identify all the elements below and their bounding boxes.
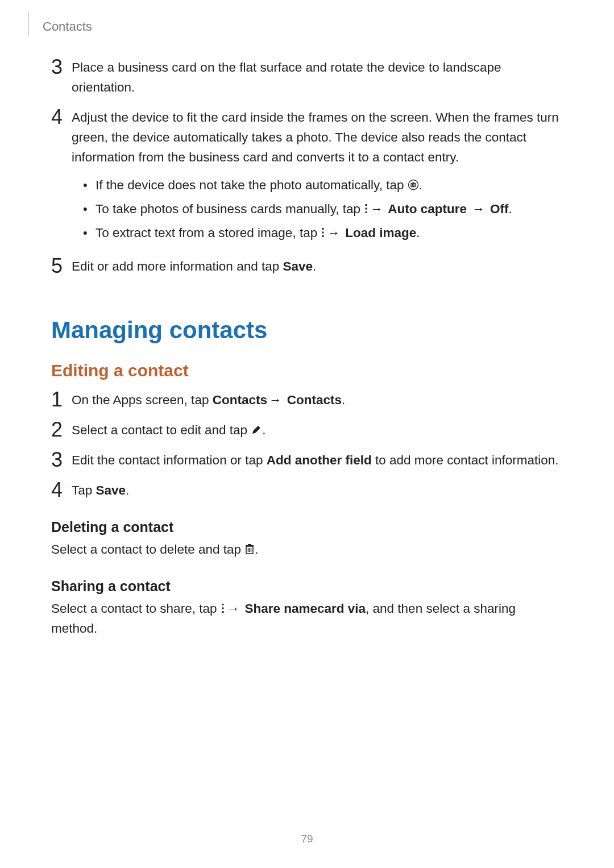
page-number: 79 bbox=[0, 833, 614, 845]
text-bold: Contacts bbox=[283, 393, 342, 407]
step-text: Adjust the device to fit the card inside… bbox=[72, 110, 559, 164]
svg-rect-14 bbox=[246, 545, 254, 546]
sub-bullet-list: If the device does not take the photo au… bbox=[72, 175, 563, 243]
heading-editing-a-contact: Editing a contact bbox=[51, 361, 563, 380]
text-bold: Save bbox=[96, 483, 126, 497]
arrow-icon: → bbox=[225, 601, 242, 616]
text: . bbox=[126, 483, 129, 497]
heading-deleting-a-contact: Deleting a contact bbox=[51, 519, 563, 535]
step-number: 4 bbox=[51, 480, 72, 500]
sub-bullet: To take photos of business cards manuall… bbox=[83, 199, 563, 219]
deleting-paragraph: Select a contact to delete and tap . bbox=[51, 540, 563, 560]
svg-rect-9 bbox=[322, 235, 324, 237]
text: . bbox=[419, 178, 422, 192]
arrow-icon: → bbox=[325, 226, 342, 240]
svg-rect-4 bbox=[366, 204, 367, 206]
step-number: 4 bbox=[51, 107, 72, 127]
svg-point-0 bbox=[408, 180, 418, 190]
text: Select a contact to edit and tap bbox=[72, 423, 251, 437]
text: To extract text from a stored image, tap bbox=[96, 226, 321, 240]
more-options-icon bbox=[221, 603, 225, 614]
step-5: 5 Edit or add more information and tap S… bbox=[51, 257, 563, 277]
text: To take photos of business cards manuall… bbox=[96, 202, 364, 216]
svg-point-2 bbox=[412, 184, 414, 186]
content: 3 Place a business card on the flat surf… bbox=[51, 58, 563, 638]
sub-bullet: If the device does not take the photo au… bbox=[83, 175, 563, 196]
step-number: 3 bbox=[51, 450, 72, 470]
text-bold: Auto capture bbox=[385, 202, 470, 216]
edit-pencil-icon bbox=[251, 424, 262, 435]
edit-step-1: 1 On the Apps screen, tap Contacts→ Cont… bbox=[51, 391, 563, 410]
arrow-icon: → bbox=[368, 202, 385, 216]
step-body: Adjust the device to fit the card inside… bbox=[72, 108, 563, 247]
svg-rect-5 bbox=[366, 208, 367, 210]
header-section-label: Contacts bbox=[43, 19, 92, 34]
arrow-icon: → bbox=[267, 393, 284, 407]
step-body: Tap Save. bbox=[72, 481, 563, 501]
step-body: Select a contact to edit and tap . bbox=[72, 421, 563, 441]
svg-rect-16 bbox=[222, 604, 223, 605]
header-rule bbox=[28, 11, 29, 36]
step-4: 4 Adjust the device to fit the card insi… bbox=[51, 108, 563, 247]
step-body: Edit the contact information or tap Add … bbox=[72, 451, 563, 471]
heading-sharing-a-contact: Sharing a contact bbox=[51, 578, 563, 595]
step-body: Edit or add more information and tap Sav… bbox=[72, 257, 563, 277]
text: Edit or add more information and tap bbox=[72, 259, 283, 273]
camera-shutter-icon bbox=[408, 179, 419, 190]
svg-rect-8 bbox=[322, 232, 324, 234]
step-body: Place a business card on the flat surfac… bbox=[72, 58, 563, 98]
page: Contacts 3 Place a business card on the … bbox=[0, 0, 614, 868]
text: . bbox=[255, 542, 258, 556]
text: If the device does not take the photo au… bbox=[96, 178, 408, 192]
text: . bbox=[342, 393, 345, 407]
trash-icon bbox=[244, 543, 255, 555]
text: . bbox=[313, 259, 316, 273]
text-bold: Add another field bbox=[267, 453, 372, 467]
svg-rect-17 bbox=[222, 607, 223, 609]
svg-rect-6 bbox=[366, 211, 367, 213]
step-3: 3 Place a business card on the flat surf… bbox=[51, 58, 563, 98]
text-bold: Share namecard via bbox=[241, 601, 366, 616]
heading-managing-contacts: Managing contacts bbox=[51, 317, 563, 344]
text-bold: Contacts bbox=[213, 393, 267, 407]
arrow-icon: → bbox=[470, 202, 487, 216]
text: Tap bbox=[72, 483, 96, 497]
edit-step-2: 2 Select a contact to edit and tap . bbox=[51, 421, 563, 441]
text-bold: Load image bbox=[342, 226, 416, 240]
step-number: 1 bbox=[51, 389, 72, 410]
sharing-paragraph: Select a contact to share, tap → Share n… bbox=[51, 599, 563, 639]
text: . bbox=[262, 423, 265, 437]
text: Edit the contact information or tap bbox=[72, 453, 267, 467]
text: Select a contact to delete and tap bbox=[51, 542, 244, 556]
text-bold: Save bbox=[283, 259, 313, 273]
step-number: 5 bbox=[51, 256, 72, 276]
svg-rect-15 bbox=[248, 544, 251, 545]
text: Select a contact to share, tap bbox=[51, 601, 221, 616]
text: to add more contact information. bbox=[372, 453, 559, 467]
sub-bullet: To extract text from a stored image, tap… bbox=[83, 223, 563, 243]
edit-step-3: 3 Edit the contact information or tap Ad… bbox=[51, 451, 563, 471]
svg-rect-3 bbox=[412, 182, 414, 184]
text: . bbox=[416, 226, 420, 240]
svg-rect-18 bbox=[222, 611, 223, 613]
step-number: 3 bbox=[51, 57, 72, 77]
text: . bbox=[509, 202, 512, 216]
svg-rect-7 bbox=[322, 228, 324, 230]
step-body: On the Apps screen, tap Contacts→ Contac… bbox=[72, 391, 563, 410]
edit-step-4: 4 Tap Save. bbox=[51, 481, 563, 501]
step-number: 2 bbox=[51, 420, 72, 440]
text: On the Apps screen, tap bbox=[72, 393, 213, 407]
text-bold: Off bbox=[487, 202, 509, 216]
